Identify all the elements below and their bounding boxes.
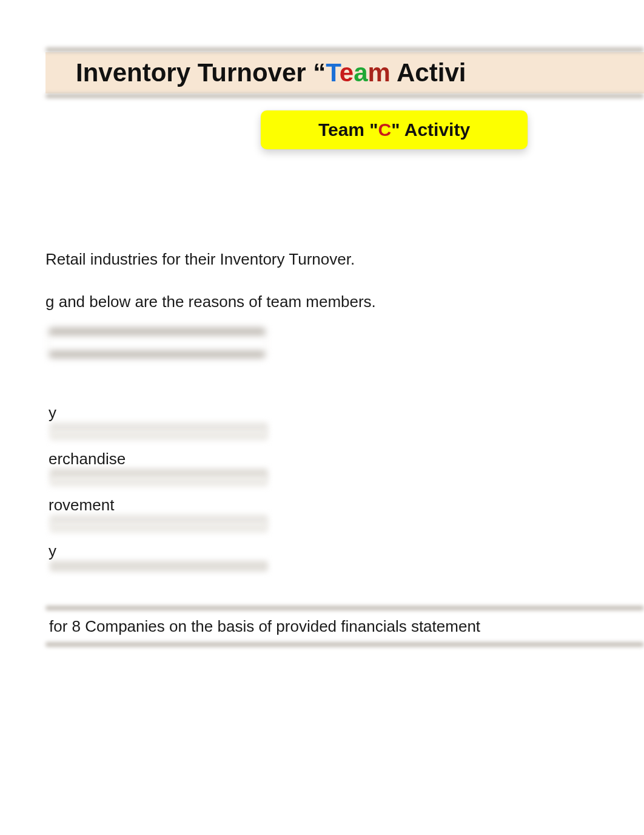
body-line-1: Retail industries for their Inventory Tu… <box>45 250 355 269</box>
page-title: Inventory Turnover “Team Activi <box>76 58 466 87</box>
blurred-section-header <box>49 328 266 364</box>
section-text: for 8 Companies on the basis of provided… <box>49 617 480 636</box>
team-letter-a: a <box>354 58 367 87</box>
team-letter-t: T <box>326 58 340 87</box>
header-band-content: Inventory Turnover “Team Activi <box>45 52 644 93</box>
list-item: erchandise <box>44 441 268 477</box>
list-separator <box>50 431 268 441</box>
header-band-bottom-rule <box>45 93 644 98</box>
list-item-text: rovement <box>49 496 114 515</box>
list-item-text: y <box>49 542 56 561</box>
reasons-list: y erchandise rovement y <box>44 394 268 569</box>
list-item-text: y <box>49 404 56 422</box>
list-item: y <box>44 533 268 569</box>
title-suffix: Activi <box>391 58 466 87</box>
section-band-bottom-rule <box>45 642 644 647</box>
list-separator <box>50 523 268 533</box>
list-item: rovement <box>44 487 268 523</box>
body-line-2: g and below are the reasons of team memb… <box>45 292 376 311</box>
header-band-top-rule <box>45 47 644 52</box>
badge-suffix: " Activity <box>391 120 470 140</box>
list-item: y <box>44 394 268 431</box>
team-letter-m: m <box>368 58 391 87</box>
section-band-content: for 8 Companies on the basis of provided… <box>45 610 644 642</box>
section-band-top-rule <box>45 606 644 610</box>
badge-prefix: Team " <box>318 120 378 140</box>
blurred-rule-bottom <box>49 351 266 358</box>
header-band: Inventory Turnover “Team Activi <box>45 47 644 98</box>
badge-letter: C <box>378 120 392 140</box>
list-separator <box>50 477 268 487</box>
list-item-text: erchandise <box>49 450 126 468</box>
team-letter-e: e <box>340 58 354 87</box>
title-prefix: Inventory Turnover “ <box>76 58 326 87</box>
team-activity-badge: Team "C" Activity <box>261 110 528 149</box>
section-band: for 8 Companies on the basis of provided… <box>45 606 644 647</box>
